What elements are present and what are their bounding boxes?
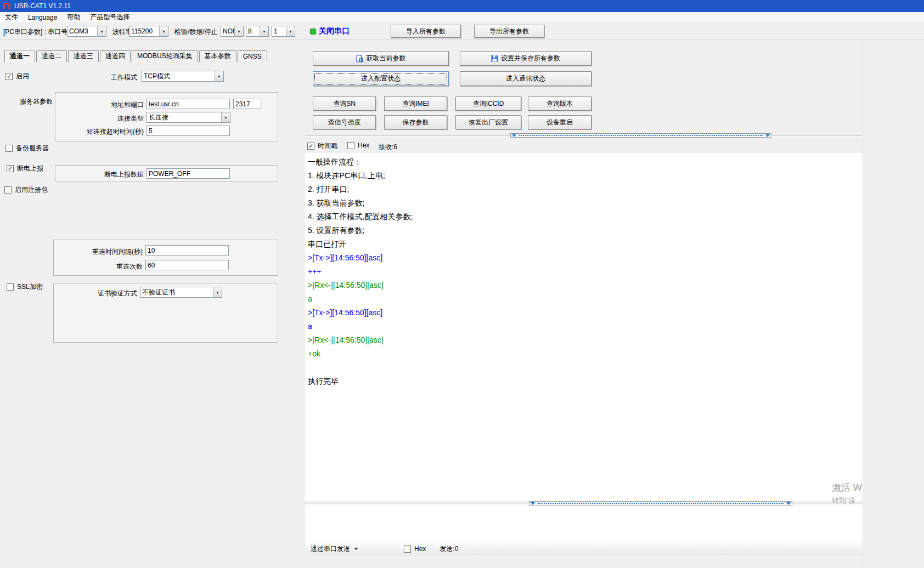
tab-basic-params[interactable]: 基本参数 <box>199 50 236 62</box>
parity-select[interactable]: NONI ▼ <box>221 26 244 37</box>
splitter-arrow-icon <box>512 134 516 137</box>
chevron-down-icon[interactable]: ▼ <box>260 26 268 36</box>
menu-help[interactable]: 帮助 <box>62 12 85 23</box>
send-hex-checkbox[interactable]: Hex <box>404 545 426 553</box>
device-restart-button[interactable]: 设备重启 <box>528 115 591 129</box>
tab-channel-2[interactable]: 通道二 <box>36 50 67 62</box>
work-mode-label: 工作模式 <box>82 73 137 82</box>
reconnect-count-label: 重连次数 <box>65 262 143 271</box>
set-save-params-button[interactable]: 设置并保存所有参数 <box>460 51 591 66</box>
send-splitter[interactable] <box>305 501 863 505</box>
enable-checkbox[interactable]: ✓ 启用 <box>5 72 29 81</box>
log-line: >[Rx<-][14:56:50][asc] <box>308 333 863 347</box>
enter-comm-button[interactable]: 进入通讯状态 <box>460 71 591 86</box>
enter-config-button[interactable]: 进入配置状态 <box>313 71 449 86</box>
send-input[interactable] <box>305 505 863 542</box>
splitter-arrow-icon <box>786 502 791 505</box>
chevron-down-icon <box>354 548 358 550</box>
query-iccid-button[interactable]: 查询ICCID <box>455 96 521 111</box>
power-off-report-checkbox[interactable]: ✓ 断电上报 <box>7 164 43 173</box>
splitter-dots <box>538 503 784 504</box>
log-area[interactable]: 一般操作流程：1. 模块连PC串口,上电;2. 打开串口;3. 获取当前参数;4… <box>305 153 863 501</box>
query-version-button[interactable]: 查询版本 <box>528 96 591 111</box>
chevron-down-icon[interactable]: ▼ <box>213 287 222 297</box>
short-timeout-label: 短连接超时时间(秒) <box>66 127 144 137</box>
save-params-button[interactable]: 保存参数 <box>384 115 447 129</box>
power-off-data-label: 断电上报数据 <box>66 170 144 179</box>
window-title: USR-CAT1 V1.2.11 <box>14 2 71 10</box>
query-sn-button[interactable]: 查询SN <box>313 96 376 111</box>
splitter-arrow-icon <box>765 134 770 137</box>
chevron-down-icon[interactable]: ▼ <box>234 26 243 36</box>
parity-label: 检验/数据/停止 <box>174 27 218 37</box>
conn-type-label: 连接类型 <box>66 114 144 123</box>
search-doc-icon <box>356 55 364 63</box>
register-packet-checkbox[interactable]: 启用注册包 <box>4 185 48 195</box>
get-params-button[interactable]: 获取当前参数 <box>313 51 449 66</box>
reconnect-interval-input[interactable] <box>145 245 229 255</box>
log-line: 串口已打开 <box>308 237 863 251</box>
log-splitter[interactable] <box>305 133 863 138</box>
reconnect-count-input[interactable] <box>145 260 229 270</box>
port-status-indicator <box>310 29 316 35</box>
export-params-button[interactable]: 导出所有参数 <box>474 25 544 38</box>
menu-file[interactable]: 文件 <box>0 12 23 23</box>
checkbox-checked-icon: ✓ <box>5 73 13 80</box>
menu-bar: 文件 Language 帮助 产品型号选择 <box>0 12 924 23</box>
serial-port-label: [PC串口参数] : 串口号 <box>3 27 67 37</box>
log-line: 5. 设置所有参数; <box>308 224 863 237</box>
menu-product-model[interactable]: 产品型号选择 <box>85 12 134 23</box>
cert-verify-label: 证书验证方式 <box>59 289 137 298</box>
server-address-input[interactable] <box>147 99 230 109</box>
tab-modbus-polling[interactable]: MODBUS轮询采集 <box>132 50 198 62</box>
ssl-checkbox[interactable]: SSL加密 <box>7 282 43 292</box>
recv-hex-checkbox[interactable]: Hex <box>347 141 369 149</box>
tab-channel-1[interactable]: 通道一 <box>4 50 35 63</box>
send-via-serial-button[interactable]: 通过串口发送 <box>306 543 363 555</box>
log-line: 1. 模块连PC串口,上电; <box>308 169 863 183</box>
splitter-arrow-icon <box>531 502 535 505</box>
short-timeout-input[interactable] <box>147 126 230 136</box>
tab-channel-4[interactable]: 通道四 <box>100 50 131 62</box>
chevron-down-icon[interactable]: ▼ <box>159 26 168 36</box>
cert-verify-select[interactable]: 不验证证书 ▼ <box>140 287 222 298</box>
chevron-down-icon[interactable]: ▼ <box>221 112 230 122</box>
timestamp-checkbox[interactable]: ✓ 时间戳 <box>307 141 337 151</box>
chevron-down-icon[interactable]: ▼ <box>97 26 106 36</box>
log-line: 4. 选择工作模式,配置相关参数; <box>308 210 863 224</box>
log-line: +ok <box>308 347 863 361</box>
app-logo-icon <box>3 3 10 10</box>
chevron-down-icon[interactable]: ▼ <box>215 71 223 81</box>
log-line <box>308 361 863 374</box>
send-toolbar: 通过串口发送 Hex 发送:0 <box>305 542 863 555</box>
stop-bits-select[interactable]: 1 ▼ <box>272 26 295 37</box>
data-bits-select[interactable]: 8 ▼ <box>246 26 269 37</box>
checkbox-unchecked-icon <box>7 283 14 291</box>
chevron-down-icon[interactable]: ▼ <box>286 26 295 36</box>
factory-reset-button[interactable]: 恢复出厂设置 <box>455 115 521 129</box>
backup-server-checkbox[interactable]: 备份服务器 <box>5 144 49 153</box>
query-signal-button[interactable]: 查信号强度 <box>313 115 376 129</box>
work-mode-select[interactable]: TCP模式 ▼ <box>142 71 224 82</box>
query-imei-button[interactable]: 查询IMEI <box>384 96 447 111</box>
tab-gnss[interactable]: GNSS <box>238 50 267 62</box>
com-port-select[interactable]: COM3 ▼ <box>67 26 106 37</box>
serial-toolbar: [PC串口参数] : 串口号 COM3 ▼ 波特率 115200 ▼ 检验/数据… <box>0 23 924 40</box>
splitter-handle[interactable] <box>529 501 792 505</box>
checkbox-unchecked-icon <box>5 145 13 152</box>
server-params-label: 服务器参数 <box>20 97 53 106</box>
close-port-button[interactable]: 关闭串口 <box>319 26 350 36</box>
checkbox-checked-icon: ✓ <box>307 143 314 150</box>
splitter-handle[interactable] <box>510 133 771 138</box>
tab-channel-3[interactable]: 通道三 <box>68 50 99 62</box>
right-margin <box>863 40 924 568</box>
server-port-input[interactable] <box>233 99 261 109</box>
log-line: a <box>308 292 863 306</box>
conn-type-select[interactable]: 长连接 ▼ <box>147 112 230 123</box>
log-line: 2. 打开串口; <box>308 183 863 196</box>
menu-language[interactable]: Language <box>23 13 62 22</box>
power-off-data-input[interactable] <box>147 168 230 179</box>
import-params-button[interactable]: 导入所有参数 <box>391 25 461 38</box>
baud-rate-select[interactable]: 115200 ▼ <box>129 26 168 37</box>
recv-count-label: 接收:6 <box>379 143 397 152</box>
